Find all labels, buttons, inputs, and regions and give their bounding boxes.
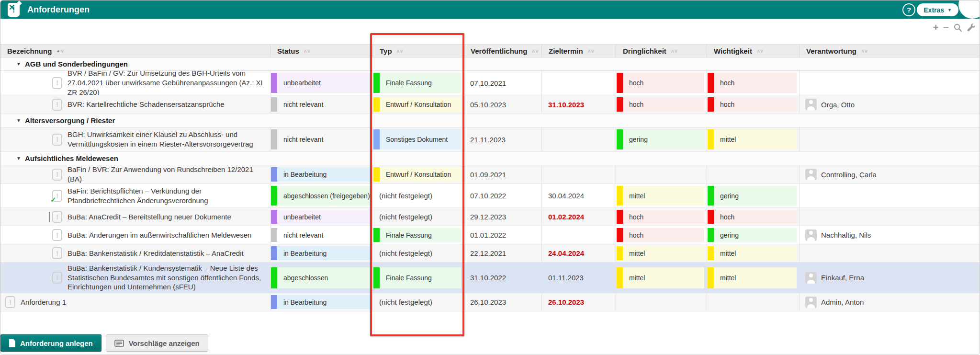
sort-icon: ∧∨	[531, 48, 538, 54]
cell-typ: Entwurf / Konsultation	[372, 95, 463, 114]
column-header-bezeichnung[interactable]: Bezeichnung ▲∨	[0, 45, 270, 57]
cell-bezeichnung: ! BGH: Unwirksamkeit einer Klausel zu Ab…	[0, 127, 270, 151]
urgency-badge: mittel	[617, 186, 704, 206]
requirement-icon: !	[52, 247, 62, 259]
typ-badge: Entwurf / Konsultation	[373, 97, 461, 112]
overdue-date: 24.04.2024	[542, 249, 584, 257]
requirements-table: Bezeichnung ▲∨ Status ∧∨ Typ ∧∨ Veröffen…	[0, 44, 980, 311]
urgency-badge: mittel	[617, 267, 704, 288]
create-requirement-button[interactable]: Anforderung anlegen	[0, 334, 101, 352]
close-icon[interactable]: ✕	[9, 4, 973, 12]
collapse-icon[interactable]: ▼	[16, 156, 21, 161]
collapse-icon[interactable]: ▼	[16, 118, 21, 123]
cell-verantwortung	[799, 208, 980, 226]
typ-unset: (nicht festgelegt)	[373, 298, 432, 306]
group-label: Altersversorgung / Riester	[25, 116, 115, 125]
column-header-zieltermin[interactable]: Zieltermin ∧∨	[541, 45, 616, 57]
typ-unset: (nicht festgelegt)	[373, 213, 432, 221]
requirement-title: BVR: Kartellrechtliche Schadensersatzans…	[68, 100, 225, 109]
show-suggestions-button[interactable]: Vorschläge anzeigen	[106, 334, 208, 352]
table-row[interactable]: ! BuBa: Bankenstatistik / Kreditdatensta…	[0, 244, 980, 263]
group-row[interactable]: ▼ Altersversorgung / Riester	[0, 114, 980, 127]
column-label: Typ	[380, 47, 392, 55]
responsible-name: Einkauf, Erna	[821, 274, 864, 282]
cell-wichtigkeit: hoch	[707, 208, 799, 226]
importance-badge: mittel	[708, 129, 797, 149]
cell-bezeichnung: ! BVR / BaFin / GV: Zur Umsetzung des BG…	[0, 71, 270, 95]
table-row[interactable]: ! BVR: Kartellrechtliche Schadensersatza…	[0, 95, 980, 114]
cell-veroeffentlichung: 26.10.2023	[463, 293, 541, 311]
cell-zieltermin	[541, 127, 616, 151]
show-suggestions-label: Vorschläge anzeigen	[129, 339, 200, 347]
list-icon	[114, 340, 124, 347]
add-icon[interactable]: +	[933, 23, 938, 32]
cell-dringlichkeit: hoch	[616, 71, 707, 95]
importance-badge: hoch	[708, 73, 797, 93]
cell-verantwortung: Controlling, Carla	[799, 165, 980, 183]
table-row[interactable]: ! BaFin / BVR: Zur Anwendung von Rundsch…	[0, 165, 980, 184]
cell-status: nicht relevant	[270, 226, 372, 244]
table-row[interactable]: ! BGH: Unwirksamkeit einer Klausel zu Ab…	[0, 127, 980, 152]
requirement-icon: !	[52, 99, 62, 111]
cell-wichtigkeit: gering	[707, 226, 799, 244]
cell-wichtigkeit: gering	[707, 184, 799, 207]
group-row[interactable]: ▼ AGB und Sonderbedingungen	[0, 57, 980, 71]
cell-wichtigkeit: hoch	[707, 95, 799, 114]
urgency-badge: hoch	[617, 97, 704, 112]
footer-bar: Anforderung anlegen Vorschläge anzeigen	[0, 334, 208, 352]
cell-status: unbearbeitet	[270, 71, 372, 95]
status-badge: in Bearbeitung	[271, 246, 370, 260]
table-row[interactable]: !✓ BaFin: Berichtspflichten – Verkündung…	[0, 184, 980, 208]
table-row[interactable]: ! BuBa: Änderungen im außenwirtschaftlic…	[0, 226, 980, 244]
cell-status: in Bearbeitung	[270, 165, 372, 183]
urgency-badge: hoch	[617, 73, 704, 93]
table-row[interactable]: ! BuBa: AnaCredit – Bereitstellung neuer…	[0, 208, 980, 226]
column-header-verantwortung[interactable]: Verantwortung ∧∨	[799, 45, 980, 57]
cell-wichtigkeit: hoch	[707, 71, 799, 95]
cell-veroeffentlichung: 29.12.2023	[463, 208, 541, 226]
requirement-title: BaFin: Berichtspflichten – Verkündung de…	[68, 186, 265, 206]
status-badge: nicht relevant	[271, 129, 370, 149]
importance-badge: mittel	[708, 246, 797, 260]
table-row[interactable]: ! BVR / BaFin / GV: Zur Umsetzung des BG…	[0, 71, 980, 95]
urgency-badge: mittel	[617, 246, 704, 260]
cell-verantwortung	[799, 71, 980, 95]
cell-zieltermin	[541, 71, 616, 95]
typ-badge: Entwurf / Konsultation	[373, 167, 461, 182]
column-header-status[interactable]: Status ∧∨	[270, 45, 372, 57]
cell-verantwortung	[799, 127, 980, 151]
cell-zieltermin	[541, 226, 616, 244]
app-window: ! Anforderungen ? Extras ▼ ✕ + − Bezeich…	[0, 0, 980, 355]
responsible-name: Admin, Anton	[821, 298, 864, 306]
cell-typ: Entwurf / Konsultation	[372, 165, 463, 183]
cell-typ: Sonstiges Dokument	[372, 127, 463, 151]
column-label: Bezeichnung	[7, 47, 52, 55]
cell-veroeffentlichung: 07.10.2022	[463, 184, 541, 207]
remove-icon[interactable]: −	[943, 23, 949, 32]
sort-icon: ∧∨	[587, 48, 594, 54]
requirement-title: BaFin / BVR: Zur Anwendung von Rundschre…	[68, 165, 265, 183]
avatar	[805, 99, 817, 110]
cell-veroeffentlichung: 05.10.2023	[463, 95, 541, 114]
avatar	[805, 229, 817, 241]
group-row[interactable]: ▼ Aufsichtliches Meldewesen	[0, 152, 980, 165]
urgency-badge: gering	[617, 129, 704, 149]
table-row-selected[interactable]: ! BuBa: Bankenstatistik / Kundensystemat…	[0, 263, 980, 293]
search-icon[interactable]	[953, 23, 962, 32]
column-header-veroeffentlichung[interactable]: Veröffentlichung ∧∨	[463, 45, 541, 57]
wrench-icon[interactable]	[967, 23, 976, 32]
table-row[interactable]: ! Anforderung 1 in Bearbeitung (nicht fe…	[0, 293, 980, 311]
cell-bezeichnung: ! Anforderung 1	[0, 293, 270, 311]
cell-bezeichnung: ! BVR: Kartellrechtliche Schadensersatza…	[0, 95, 270, 114]
cell-bezeichnung: ! BaFin / BVR: Zur Anwendung von Rundsch…	[0, 165, 270, 183]
cell-dringlichkeit: hoch	[616, 208, 707, 226]
column-header-dringlichkeit[interactable]: Dringlichkeit ∧∨	[616, 45, 707, 57]
collapse-icon[interactable]: ▼	[16, 61, 21, 67]
cell-bezeichnung: ! BuBa: Änderungen im außenwirtschaftlic…	[0, 226, 270, 244]
column-header-typ[interactable]: Typ ∧∨	[372, 45, 463, 57]
cell-wichtigkeit: mittel	[707, 263, 799, 293]
column-header-wichtigkeit[interactable]: Wichtigkeit ∧∨	[707, 45, 799, 57]
importance-badge: hoch	[708, 97, 797, 112]
document-icon	[9, 339, 15, 347]
cell-dringlichkeit: hoch	[616, 226, 707, 244]
